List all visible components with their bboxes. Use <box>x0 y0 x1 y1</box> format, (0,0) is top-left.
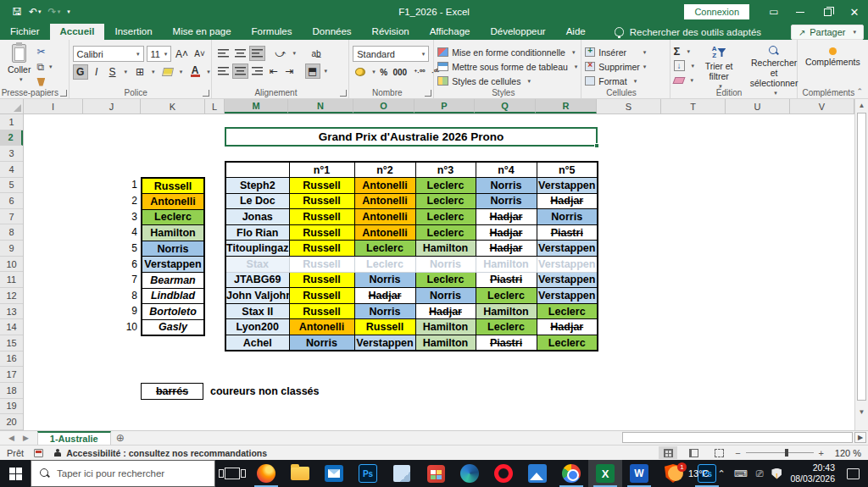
align-right-button[interactable] <box>249 64 265 79</box>
tell-me-search[interactable]: Rechercher des outils adaptés <box>615 24 761 40</box>
ranking-driver-cell[interactable]: Gasly <box>142 319 204 335</box>
percent-button[interactable]: % <box>376 64 392 80</box>
chevron-down-icon[interactable]: ▾ <box>152 69 155 75</box>
position-header-cell[interactable]: n°1 <box>289 162 354 178</box>
pick-cell[interactable]: Hamilton <box>415 241 476 257</box>
player-name-cell[interactable]: Jonas <box>225 209 289 225</box>
pick-cell[interactable]: Leclerc <box>537 335 598 351</box>
row-header-10[interactable]: 10 <box>0 257 23 273</box>
pick-cell[interactable]: Verstappen <box>537 241 598 257</box>
player-name-cell[interactable]: John Valjohn <box>225 288 289 304</box>
taskbar-search-input[interactable]: Taper ici pour rechercher <box>31 460 215 487</box>
pick-cell[interactable]: Hadjar <box>537 319 598 335</box>
ribbon-tab-données[interactable]: Données <box>303 24 362 40</box>
sort-filter-button[interactable]: AZ Trier et filtrer ▾ <box>694 42 743 91</box>
row-header-7[interactable]: 7 <box>0 209 23 225</box>
pick-cell[interactable]: Norris <box>354 303 415 319</box>
taskbar-app-explorer[interactable] <box>283 460 317 487</box>
pick-cell[interactable]: Russell <box>289 224 354 241</box>
zoom-in-icon[interactable]: + <box>819 448 824 458</box>
sheet-tab-australie[interactable]: 1-Australie <box>37 431 111 445</box>
share-button[interactable]: ↗ Partager ▾ <box>791 25 864 40</box>
ribbon-tab-développeur[interactable]: Développeur <box>480 24 555 40</box>
pick-cell[interactable]: Verstappen <box>537 178 598 194</box>
zoom-slider-thumb[interactable] <box>785 449 788 457</box>
undo-icon[interactable]: ↶▾ <box>29 6 42 18</box>
pick-cell[interactable]: Hamilton <box>476 303 537 319</box>
ranking-driver-cell[interactable]: Bortoleto <box>142 304 204 320</box>
dialog-launcher-icon[interactable] <box>60 90 67 97</box>
ribbon-tab-insertion[interactable]: Insertion <box>104 24 162 40</box>
column-header-Q[interactable]: Q <box>475 99 536 113</box>
column-header-O[interactable]: O <box>353 99 415 113</box>
player-name-cell[interactable]: Stax II <box>225 303 289 319</box>
ribbon-display-options-icon[interactable]: ▭ <box>761 6 787 18</box>
pick-cell[interactable]: Antonelli <box>354 193 415 209</box>
view-page-layout-button[interactable] <box>684 446 703 459</box>
conditional-formatting-button[interactable]: Mise en forme conditionnelle▾ <box>437 46 577 58</box>
player-name-cell[interactable]: Lyon200 <box>225 319 289 335</box>
row-header-12[interactable]: 12 <box>0 288 23 304</box>
pick-cell[interactable]: Verstappen <box>354 335 415 351</box>
close-button[interactable]: ✕ <box>841 0 868 24</box>
row-header-15[interactable]: 15 <box>0 335 23 351</box>
taskbar-app-word[interactable]: W <box>622 460 656 487</box>
customize-qat-icon[interactable]: ▾ <box>67 8 70 15</box>
format-cells-button[interactable]: Format▾ <box>585 75 646 87</box>
pick-cell[interactable]: Norris <box>537 209 598 225</box>
position-header-cell[interactable]: n°2 <box>354 162 415 178</box>
taskbar-app-notes[interactable] <box>385 460 419 487</box>
fill-color-button[interactable] <box>160 64 175 80</box>
security-shield-icon[interactable] <box>771 468 782 479</box>
column-header-R[interactable]: R <box>536 99 597 113</box>
pick-cell[interactable]: Leclerc <box>415 193 476 209</box>
taskbar-app-photos[interactable] <box>520 460 554 487</box>
pick-cell[interactable]: Norris <box>415 257 476 273</box>
pick-cell[interactable]: Leclerc <box>415 272 476 288</box>
redo-icon[interactable]: ↷▾ <box>48 6 61 18</box>
ribbon-tab-aide[interactable]: Aide <box>556 24 596 40</box>
pick-cell[interactable]: Leclerc <box>476 288 537 304</box>
pick-cell[interactable]: Piastri <box>476 272 537 288</box>
borders-button[interactable]: ⊞ <box>132 64 147 80</box>
pick-cell[interactable]: Leclerc <box>537 303 598 319</box>
task-view-button[interactable] <box>215 460 249 487</box>
player-name-cell[interactable]: Flo Rian <box>225 224 289 241</box>
row-header-5[interactable]: 5 <box>0 178 23 194</box>
tray-expand-icon[interactable]: ⌃ <box>718 468 726 479</box>
row-header-19[interactable]: 19 <box>0 399 23 415</box>
taskbar-app-store[interactable] <box>419 460 453 487</box>
increase-decimal-button[interactable]: ⁺·⁰⁰ <box>412 64 427 80</box>
pick-cell[interactable]: Antonelli <box>354 209 415 225</box>
add-sheet-icon[interactable]: ⊕ <box>111 431 130 445</box>
vertical-scroll-thumb[interactable] <box>857 113 866 401</box>
player-name-cell[interactable]: Achel <box>225 335 289 351</box>
row-header-4[interactable]: 4 <box>0 162 23 178</box>
column-header-P[interactable]: P <box>415 99 475 113</box>
macro-record-icon[interactable] <box>34 449 43 457</box>
scroll-down-icon[interactable]: ▼ <box>855 406 868 418</box>
grow-font-button[interactable]: A˄ <box>174 47 189 62</box>
clock[interactable]: 20:43 08/03/2026 <box>790 462 835 484</box>
pick-cell[interactable]: Russell <box>354 319 415 335</box>
taskbar-app-photoshop[interactable]: Ps <box>351 460 385 487</box>
column-header-M[interactable]: M <box>225 99 288 113</box>
clear-button[interactable]: ▾ <box>674 74 695 86</box>
weather-widget[interactable]: 1 13°C <box>668 466 709 481</box>
font-size-select[interactable]: 11▾ <box>147 46 172 62</box>
column-header-I[interactable]: I <box>24 99 83 113</box>
position-header-cell[interactable]: n°3 <box>415 162 476 178</box>
taskbar-app-edge[interactable] <box>453 460 487 487</box>
pick-cell[interactable]: Russell <box>289 209 354 225</box>
row-header-1[interactable]: 1 <box>0 114 23 130</box>
decrease-indent-button[interactable]: ⇤ <box>266 64 281 79</box>
row-header-17[interactable]: 17 <box>0 367 23 383</box>
ribbon-tab-formules[interactable]: Formules <box>242 24 303 40</box>
vertical-scrollbar[interactable]: ▲ ▼ <box>854 99 868 430</box>
ranking-driver-cell[interactable]: Bearman <box>142 273 204 289</box>
pick-cell[interactable]: Hadjar <box>354 288 415 304</box>
zoom-out-icon[interactable]: − <box>735 448 740 458</box>
row-header-3[interactable]: 3 <box>0 146 23 162</box>
pick-cell[interactable]: Russell <box>289 241 354 257</box>
cut-button[interactable]: ✂ <box>35 45 53 58</box>
